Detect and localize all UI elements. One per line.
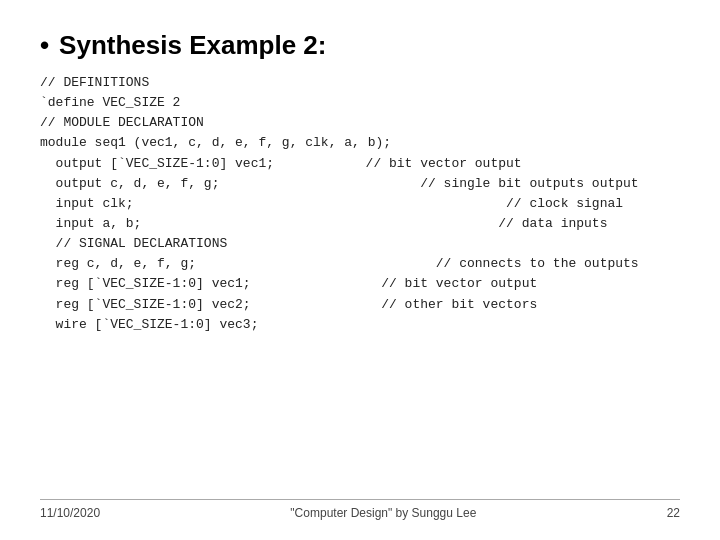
code-line: wire [`VEC_SIZE-1:0] vec3; [40,315,680,335]
code-main-text: reg c, d, e, f, g; [40,254,350,274]
code-line: // SIGNAL DECLARATIONS [40,234,680,254]
code-main-text: // MODULE DECLARATION [40,113,350,133]
code-line: // MODULE DECLARATION [40,113,680,133]
code-line: reg [`VEC_SIZE-1:0] vec2; // other bit v… [40,295,680,315]
footer-date: 11/10/2020 [40,506,100,520]
code-comment-text: // other bit vectors [350,295,537,315]
code-main-text: module seq1 (vec1, c, d, e, f, g, clk, a… [40,133,391,153]
code-main-text: `define VEC_SIZE 2 [40,93,350,113]
code-main-text: // SIGNAL DECLARATIONS [40,234,350,254]
code-line: reg [`VEC_SIZE-1:0] vec1; // bit vector … [40,274,680,294]
code-main-text: reg [`VEC_SIZE-1:0] vec2; [40,295,350,315]
title-text: Synthesis Example 2: [59,30,326,61]
code-main-text: input clk; [40,194,350,214]
code-comment-text: // single bit outputs output [350,174,639,194]
bullet-point: • [40,30,49,61]
code-comment-text: // bit vector output [350,154,522,174]
code-line: output c, d, e, f, g; // single bit outp… [40,174,680,194]
code-block: // DEFINITIONS`define VEC_SIZE 2// MODUL… [40,73,680,499]
code-line: input clk; // clock signal [40,194,680,214]
code-main-text: output c, d, e, f, g; [40,174,350,194]
slide-title: • Synthesis Example 2: [40,30,680,61]
code-main-text: reg [`VEC_SIZE-1:0] vec1; [40,274,350,294]
code-main-text: input a, b; [40,214,350,234]
code-comment-text: // clock signal [350,194,623,214]
code-main-text: output [`VEC_SIZE-1:0] vec1; [40,154,350,174]
code-line: input a, b; // data inputs [40,214,680,234]
code-line: output [`VEC_SIZE-1:0] vec1; // bit vect… [40,154,680,174]
code-comment-text: // bit vector output [350,274,537,294]
code-line: reg c, d, e, f, g; // connects to the ou… [40,254,680,274]
code-main-text: // DEFINITIONS [40,73,350,93]
code-line: module seq1 (vec1, c, d, e, f, g, clk, a… [40,133,680,153]
code-line: // DEFINITIONS [40,73,680,93]
code-comment-text: // connects to the outputs [350,254,639,274]
code-comment-text: // data inputs [350,214,607,234]
code-line: `define VEC_SIZE 2 [40,93,680,113]
slide: • Synthesis Example 2: // DEFINITIONS`de… [0,0,720,540]
code-main-text: wire [`VEC_SIZE-1:0] vec3; [40,315,350,335]
footer-title: "Computer Design" by Sunggu Lee [290,506,476,520]
footer-page: 22 [667,506,680,520]
slide-footer: 11/10/2020 "Computer Design" by Sunggu L… [40,499,680,520]
